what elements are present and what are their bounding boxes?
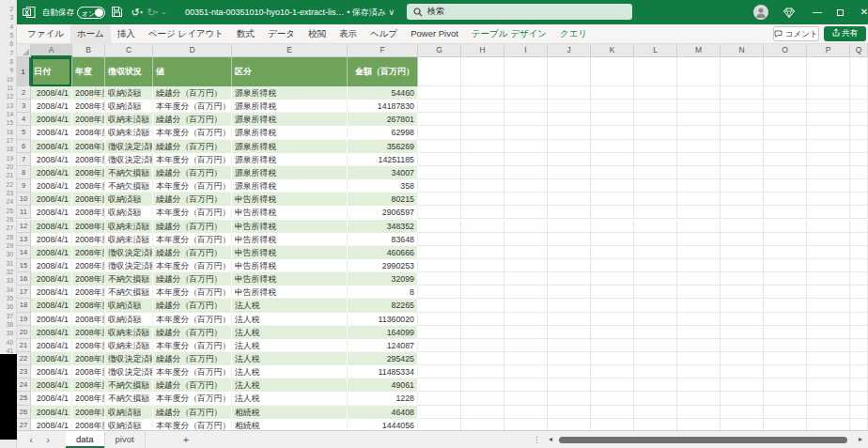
cell-B2[interactable]: 2008年度 xyxy=(72,86,105,100)
autosave-toggle[interactable]: オン xyxy=(77,7,105,19)
search-input[interactable]: 検索 xyxy=(407,4,632,20)
cell-G12[interactable] xyxy=(418,220,461,233)
cell-N13[interactable] xyxy=(721,233,764,246)
cell-D15[interactable]: 本年度分（百万円） xyxy=(153,259,232,272)
cell-K3[interactable] xyxy=(591,100,634,113)
cell-I1[interactable] xyxy=(504,57,548,86)
row-header-8[interactable]: 8 xyxy=(17,166,31,179)
cell-K15[interactable] xyxy=(591,259,634,272)
cell-M8[interactable] xyxy=(677,166,721,179)
row-header-27[interactable]: 27 xyxy=(17,419,31,430)
cell-O15[interactable] xyxy=(764,259,807,272)
cell-C5[interactable]: 収納未済額 xyxy=(105,126,153,139)
cell-M18[interactable] xyxy=(677,299,721,312)
cell-B23[interactable]: 2008年度 xyxy=(72,365,105,378)
cell-C27[interactable]: 収納済額 xyxy=(105,419,153,430)
cell-E19[interactable]: 法人税 xyxy=(232,313,348,326)
cell-C21[interactable]: 収納未済額 xyxy=(105,339,153,352)
cell-L25[interactable] xyxy=(634,392,677,405)
cell-E9[interactable]: 源泉所得税 xyxy=(232,179,348,193)
cell-A14[interactable]: 2008/4/1 xyxy=(31,246,72,259)
cell-K1[interactable] xyxy=(591,57,634,86)
cell-F14[interactable]: 460666 xyxy=(348,246,418,259)
cell-I2[interactable] xyxy=(504,86,548,100)
cell-J6[interactable] xyxy=(548,140,591,153)
cell-N25[interactable] xyxy=(721,392,764,405)
cell-N15[interactable] xyxy=(721,259,764,272)
cell-E18[interactable]: 法人税 xyxy=(232,299,348,312)
ribbon-tab-クエリ[interactable]: クエリ xyxy=(553,24,594,44)
cell-P20[interactable] xyxy=(807,326,850,339)
cell-M27[interactable] xyxy=(677,419,721,430)
cell-M2[interactable] xyxy=(677,86,721,100)
cell-L24[interactable] xyxy=(634,378,677,392)
cell-K26[interactable] xyxy=(591,406,634,419)
cell-C10[interactable]: 収納済額 xyxy=(105,193,153,206)
cell-G20[interactable] xyxy=(418,326,461,339)
cell-J19[interactable] xyxy=(548,313,591,326)
cell-E10[interactable]: 申告所得税 xyxy=(232,193,348,206)
row-header-2[interactable]: 2 xyxy=(17,86,31,100)
cell-N20[interactable] xyxy=(721,326,764,339)
cell-D13[interactable]: 本年度分（百万円） xyxy=(153,233,232,246)
cell-G17[interactable] xyxy=(418,286,461,299)
cell-K27[interactable] xyxy=(591,419,634,430)
cell-H27[interactable] xyxy=(461,419,504,430)
cell-K14[interactable] xyxy=(591,246,634,259)
cell-K16[interactable] xyxy=(591,272,634,286)
cell-H2[interactable] xyxy=(461,86,504,100)
row-header-7[interactable]: 7 xyxy=(17,153,31,166)
cell-M11[interactable] xyxy=(677,206,721,219)
cell-F9[interactable]: 358 xyxy=(348,179,418,193)
cell-B24[interactable]: 2008年度 xyxy=(72,378,105,392)
cell-M20[interactable] xyxy=(677,326,721,339)
cell-M19[interactable] xyxy=(677,313,721,326)
cell-I10[interactable] xyxy=(504,193,548,206)
cell-Q26[interactable] xyxy=(850,406,868,419)
row-header-13[interactable]: 13 xyxy=(17,233,31,246)
cell-H3[interactable] xyxy=(461,100,504,113)
cell-E17[interactable]: 申告所得税 xyxy=(232,286,348,299)
cell-L1[interactable] xyxy=(634,57,677,86)
cell-E5[interactable]: 源泉所得税 xyxy=(232,126,348,139)
cell-L20[interactable] xyxy=(634,326,677,339)
cell-G22[interactable] xyxy=(418,352,461,365)
cell-I14[interactable] xyxy=(504,246,548,259)
cell-G8[interactable] xyxy=(418,166,461,179)
cell-P22[interactable] xyxy=(807,352,850,365)
cell-J5[interactable] xyxy=(548,126,591,139)
cell-A17[interactable]: 2008/4/1 xyxy=(31,286,72,299)
cell-F24[interactable]: 49061 xyxy=(348,378,418,392)
cell-K11[interactable] xyxy=(591,206,634,219)
cell-H21[interactable] xyxy=(461,339,504,352)
cell-P17[interactable] xyxy=(807,286,850,299)
cell-C7[interactable]: 徴収決定済額 xyxy=(105,153,153,166)
cell-C18[interactable]: 収納済額 xyxy=(105,299,153,312)
cell-L21[interactable] xyxy=(634,339,677,352)
cell-C9[interactable]: 不納欠損額 xyxy=(105,179,153,193)
ribbon-tab-テーブル デザイン[interactable]: テーブル デザイン xyxy=(465,24,553,44)
cell-Q6[interactable] xyxy=(850,140,868,153)
cell-D3[interactable]: 本年度分（百万円） xyxy=(153,100,232,113)
cell-L11[interactable] xyxy=(634,206,677,219)
cell-D23[interactable]: 本年度分（百万円） xyxy=(153,365,232,378)
cell-F4[interactable]: 267801 xyxy=(348,113,418,126)
cell-C8[interactable]: 不納欠損額 xyxy=(105,166,153,179)
cell-J25[interactable] xyxy=(548,392,591,405)
cell-J10[interactable] xyxy=(548,193,591,206)
cell-C6[interactable]: 徴収決定済額 xyxy=(105,140,153,153)
cell-N12[interactable] xyxy=(721,220,764,233)
cell-H22[interactable] xyxy=(461,352,504,365)
cell-M9[interactable] xyxy=(677,179,721,193)
cell-D11[interactable]: 本年度分（百万円） xyxy=(153,206,232,219)
cell-O25[interactable] xyxy=(764,392,807,405)
cell-E24[interactable]: 法人税 xyxy=(232,378,348,392)
cell-A27[interactable]: 2008/4/1 xyxy=(31,419,72,430)
cell-I26[interactable] xyxy=(504,406,548,419)
cell-O24[interactable] xyxy=(764,378,807,392)
cell-F7[interactable]: 14251185 xyxy=(348,153,418,166)
cell-O14[interactable] xyxy=(764,246,807,259)
sheet-tab-pivot[interactable]: pivot xyxy=(105,431,146,448)
cell-B22[interactable]: 2008年度 xyxy=(72,352,105,365)
cell-K6[interactable] xyxy=(591,140,634,153)
